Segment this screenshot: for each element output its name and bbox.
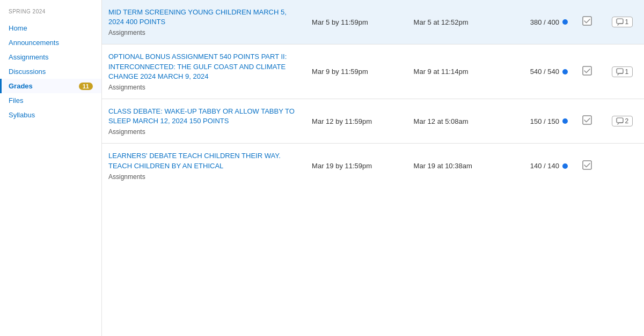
score-dot-indicator (562, 163, 568, 169)
assignment-cell: MID TERM SCREENING YOUNG CHILDREN MARCH … (102, 0, 305, 44)
score-value: 380 / 400 (530, 18, 559, 26)
sidebar-item-label: Files (9, 96, 23, 104)
comment-icon (616, 117, 624, 125)
sidebar-badge: 11 (79, 83, 93, 90)
assignment-title[interactable]: CLASS DEBATE: WAKE-UP TABBY OR ALLOW TAB… (108, 107, 299, 126)
check-icon (574, 99, 601, 143)
score-value: 140 / 140 (530, 162, 559, 170)
sidebar-item-files[interactable]: Files (0, 93, 101, 108)
score-value: 540 / 540 (530, 68, 559, 76)
sidebar-item-label: Announcements (9, 39, 59, 47)
table-row: MID TERM SCREENING YOUNG CHILDREN MARCH … (102, 0, 644, 44)
comment-cell: 1 (601, 0, 644, 44)
due-date: Mar 9 by 11:59pm (305, 44, 407, 99)
comment-button[interactable]: 1 (612, 17, 633, 27)
assignment-cell: OPTIONAL BONUS ASSIGNMENT 540 POINTS PAR… (102, 44, 305, 99)
check-icon (574, 144, 601, 188)
sidebar-item-syllabus[interactable]: Syllabus (0, 108, 101, 122)
score: 140 / 140 (494, 144, 574, 188)
sidebar: SPRING 2024 HomeAnnouncementsAssignments… (0, 0, 102, 336)
score-value: 150 / 150 (530, 117, 559, 125)
assignment-category: Assignments (108, 128, 299, 136)
submitted-date: Mar 12 at 5:08am (407, 99, 494, 143)
comment-cell: 2 (601, 99, 644, 143)
svg-rect-5 (617, 118, 623, 123)
sidebar-item-discussions[interactable]: Discussions (0, 64, 101, 79)
main-content: MID TERM SCREENING YOUNG CHILDREN MARCH … (102, 0, 644, 336)
due-date: Mar 19 by 11:59pm (305, 144, 407, 188)
comment-button[interactable]: 1 (612, 66, 633, 77)
score: 150 / 150 (494, 99, 574, 143)
comment-cell (601, 144, 644, 188)
checkbox-icon (582, 115, 592, 125)
sidebar-item-label: Assignments (9, 53, 48, 61)
svg-rect-3 (617, 69, 623, 73)
sidebar-item-label: Home (9, 24, 27, 32)
assignment-category: Assignments (108, 84, 299, 91)
score: 540 / 540 (494, 44, 574, 99)
sidebar-item-home[interactable]: Home (0, 21, 101, 35)
assignment-cell: LEARNERS' DEBATE TEACH CHILDREN THEIR WA… (102, 144, 305, 188)
table-row: OPTIONAL BONUS ASSIGNMENT 540 POINTS PAR… (102, 44, 644, 99)
assignment-title[interactable]: LEARNERS' DEBATE TEACH CHILDREN THEIR WA… (108, 151, 299, 170)
sidebar-item-label: Syllabus (9, 111, 35, 119)
score-dot-indicator (562, 118, 568, 124)
sidebar-item-label: Discussions (9, 68, 46, 76)
grades-table: MID TERM SCREENING YOUNG CHILDREN MARCH … (102, 0, 644, 188)
sidebar-item-grades[interactable]: Grades11 (0, 79, 101, 93)
table-row: CLASS DEBATE: WAKE-UP TABBY OR ALLOW TAB… (102, 99, 644, 143)
sidebar-item-announcements[interactable]: Announcements (0, 35, 101, 50)
comment-cell: 1 (601, 44, 644, 99)
submitted-date: Mar 19 at 10:38am (407, 144, 494, 188)
check-icon (574, 44, 601, 99)
score-dot-indicator (562, 19, 568, 25)
check-icon (574, 0, 601, 44)
checkbox-icon (582, 66, 592, 76)
checkbox-icon (582, 160, 592, 170)
checkbox-icon (582, 16, 592, 26)
svg-rect-1 (617, 19, 623, 24)
assignment-title[interactable]: MID TERM SCREENING YOUNG CHILDREN MARCH … (108, 8, 299, 27)
assignment-category: Assignments (108, 173, 299, 181)
assignment-cell: CLASS DEBATE: WAKE-UP TABBY OR ALLOW TAB… (102, 99, 305, 143)
semester-label: SPRING 2024 (0, 9, 101, 21)
comment-button[interactable]: 2 (612, 116, 633, 126)
due-date: Mar 5 by 11:59pm (305, 0, 407, 44)
sidebar-item-assignments[interactable]: Assignments (0, 50, 101, 64)
assignment-title[interactable]: OPTIONAL BONUS ASSIGNMENT 540 POINTS PAR… (108, 52, 299, 81)
comment-icon (616, 18, 624, 26)
comment-icon (616, 68, 624, 76)
submitted-date: Mar 9 at 11:14pm (407, 44, 494, 99)
sidebar-item-label: Grades (9, 82, 33, 90)
table-row: LEARNERS' DEBATE TEACH CHILDREN THEIR WA… (102, 144, 644, 188)
score: 380 / 400 (494, 0, 574, 44)
score-dot-indicator (562, 69, 568, 74)
assignment-category: Assignments (108, 29, 299, 36)
submitted-date: Mar 5 at 12:52pm (407, 0, 494, 44)
due-date: Mar 12 by 11:59pm (305, 99, 407, 143)
